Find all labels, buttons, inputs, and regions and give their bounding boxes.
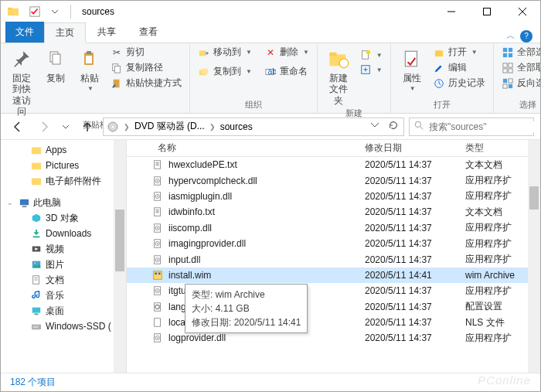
watermark: PConline	[478, 373, 531, 387]
svg-rect-58	[34, 314, 38, 315]
crumb-sep-icon[interactable]: ❯	[122, 123, 131, 131]
properties-button[interactable]: 属性 ▼	[396, 45, 428, 94]
moveto-icon	[198, 46, 210, 59]
svg-point-43	[415, 121, 420, 127]
edit-icon	[433, 62, 445, 74]
svg-point-80	[157, 243, 158, 244]
selectall-button[interactable]: 全部选择	[498, 45, 541, 60]
col-name[interactable]: 名称	[127, 141, 359, 155]
svg-rect-13	[114, 66, 120, 73]
copyto-button[interactable]: 复制到▼	[195, 64, 255, 79]
file-icon	[151, 301, 164, 313]
forward-button[interactable]	[33, 117, 55, 137]
newfolder-button[interactable]: 新建 文件夹	[322, 45, 355, 107]
invert-button[interactable]: 反向选择	[498, 76, 541, 90]
tab-view[interactable]: 查看	[128, 22, 169, 43]
recent-dropdown[interactable]	[60, 117, 72, 137]
status-item-count: 182 个项目	[10, 376, 56, 389]
crumb-drive[interactable]: DVD 驱动器 (D...	[131, 118, 208, 135]
address-bar[interactable]: ❯ DVD 驱动器 (D... ❯ sources	[103, 118, 404, 136]
qat-dropdown-icon[interactable]	[46, 3, 64, 20]
file-name: logprovider.dll	[168, 332, 226, 343]
file-row[interactable]: hwexcludePE.txt2020/5/11 14:37文本文档	[127, 157, 540, 172]
file-row[interactable]: iasmigplugin.dll2020/5/11 14:37应用程序扩	[127, 189, 540, 204]
copypath-button[interactable]: 复制路径	[107, 60, 185, 75]
open-button[interactable]: 打开▼	[430, 45, 488, 60]
scrollbar-thumb[interactable]	[529, 186, 539, 210]
folder-icon	[30, 175, 43, 187]
status-bar: 182 个项目	[1, 373, 540, 391]
crumb-folder[interactable]: sources	[217, 118, 256, 135]
pasteshortcut-button[interactable]: 粘贴快捷方式	[107, 76, 185, 90]
navitem-thispc[interactable]: ⌄此电脑	[1, 195, 126, 210]
copy-button[interactable]: 复制	[39, 45, 72, 85]
qat-checkbox-icon[interactable]	[26, 3, 44, 20]
navitem-music[interactable]: 音乐	[1, 288, 126, 303]
tab-home[interactable]: 主页	[44, 22, 86, 43]
file-icon	[151, 332, 164, 344]
tab-share[interactable]: 共享	[86, 22, 128, 43]
address-dropdown-icon[interactable]	[366, 120, 383, 133]
chevron-down-icon: ▼	[87, 85, 94, 93]
svg-point-42	[112, 125, 114, 128]
ribbon-collapse-icon[interactable]: ︿	[506, 29, 515, 43]
easyaccess-button[interactable]: ▼	[356, 63, 386, 77]
paste-button[interactable]: 粘贴 ▼	[73, 45, 106, 94]
expand-icon[interactable]: ⌄	[5, 199, 15, 206]
history-button[interactable]: 历史记录	[430, 76, 488, 90]
moveto-button[interactable]: 移动到▼	[195, 45, 255, 60]
file-row[interactable]: iiscomp.dll2020/5/11 14:37应用程序扩	[127, 220, 540, 236]
navitem-documents[interactable]: 文档	[1, 272, 126, 288]
search-box[interactable]	[409, 118, 534, 136]
newfolder-label: 新建 文件夹	[325, 73, 352, 106]
up-button[interactable]	[77, 117, 98, 137]
search-input[interactable]	[429, 121, 541, 132]
svg-point-77	[157, 227, 158, 229]
file-row[interactable]: input.dll2020/5/11 14:37应用程序扩	[127, 251, 540, 267]
file-row[interactable]: hypervcomplcheck.dll2020/5/11 14:37应用程序扩	[127, 172, 540, 188]
file-row[interactable]: install.wim2020/5/11 14:41wim Archive	[127, 268, 540, 283]
file-date: 2020/5/11 14:37	[359, 332, 459, 343]
navitem-videos[interactable]: 视频	[1, 241, 126, 257]
back-button[interactable]	[7, 117, 29, 137]
file-row[interactable]: idwbinfo.txt2020/5/11 14:37文本文档	[127, 204, 540, 220]
filepane-scrollbar[interactable]	[528, 140, 540, 374]
svg-point-95	[157, 338, 158, 339]
navitem-windowsssd[interactable]: Windows-SSD (	[1, 319, 126, 334]
rename-button[interactable]: ab重命名	[261, 64, 312, 79]
svg-rect-86	[158, 272, 161, 274]
svg-rect-47	[32, 179, 41, 186]
selectnone-button[interactable]: 全部取消	[498, 60, 541, 75]
file-name: imagingprovider.dll	[168, 238, 246, 249]
edit-button[interactable]: 编辑	[430, 60, 488, 75]
navitem-downloads[interactable]: Downloads	[1, 226, 126, 241]
navitem-3dobjects[interactable]: 3D 对象	[1, 210, 126, 226]
refresh-icon[interactable]	[383, 120, 403, 133]
close-button[interactable]	[505, 1, 540, 22]
col-date[interactable]: 修改日期	[359, 141, 459, 155]
pin-to-quickaccess-button[interactable]: 固定到快 速访问	[5, 45, 38, 119]
navitem-pictures[interactable]: Pictures	[1, 158, 126, 173]
navitem-images[interactable]: 图片	[1, 257, 126, 272]
newitem-button[interactable]: ▼	[356, 48, 386, 62]
svg-point-83	[157, 259, 158, 261]
crumb-sep-icon[interactable]: ❯	[208, 123, 217, 131]
navitem-apps[interactable]: Apps	[1, 142, 126, 158]
crumb-drive-icon[interactable]	[104, 118, 122, 135]
cut-button[interactable]: ✂剪切	[107, 45, 185, 60]
maximize-button[interactable]	[469, 1, 505, 22]
navpane-scrollbar[interactable]	[114, 140, 126, 374]
delete-button[interactable]: ✕删除▼	[261, 45, 312, 60]
nav-pane[interactable]: Apps Pictures 电子邮件附件 ⌄此电脑 3D 对象 Download…	[1, 140, 127, 374]
svg-rect-92	[155, 319, 161, 327]
tooltip-line1: 类型: wim Archive	[192, 288, 301, 302]
navitem-mailattach[interactable]: 电子邮件附件	[1, 173, 126, 189]
minimize-button[interactable]	[434, 1, 469, 22]
file-row[interactable]: imagingprovider.dll2020/5/11 14:37应用程序扩	[127, 236, 540, 251]
scrollbar-thumb[interactable]	[115, 210, 124, 271]
navitem-desktop[interactable]: 桌面	[1, 303, 126, 319]
file-icon	[151, 269, 164, 281]
tab-file[interactable]: 文件	[5, 22, 44, 43]
file-icon	[151, 190, 164, 203]
help-button[interactable]: ?	[520, 30, 532, 43]
